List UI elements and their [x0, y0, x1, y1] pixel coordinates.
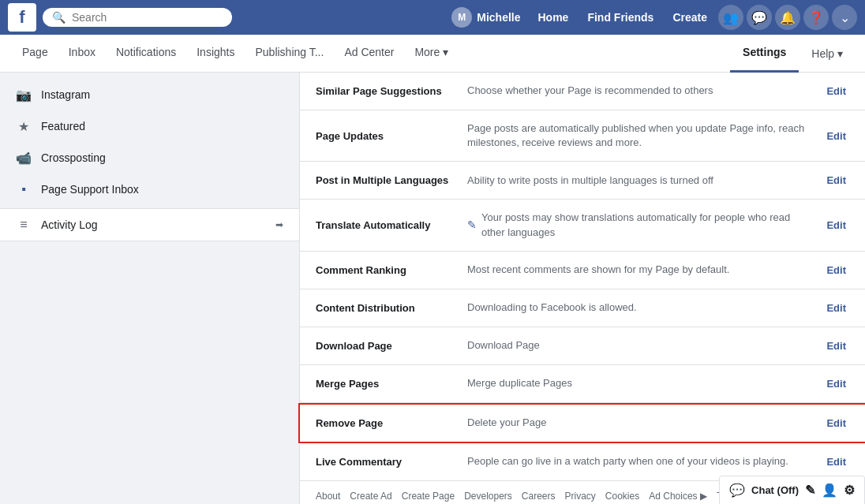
- settings-label-merge-pages: Merge Pages: [316, 378, 458, 390]
- footer-link-careers[interactable]: Careers: [522, 491, 556, 502]
- sidebar-item-featured[interactable]: ★ Featured: [0, 110, 299, 142]
- settings-row-similar-page-suggestions: Similar Page SuggestionsChoose whether y…: [300, 73, 865, 110]
- more-tab[interactable]: More ▾: [405, 35, 458, 73]
- footer-link-cookies[interactable]: Cookies: [605, 491, 639, 502]
- create-button[interactable]: Create: [665, 8, 715, 27]
- settings-edit-live-commentary[interactable]: Edit: [823, 454, 849, 469]
- sidebar-page-support-label: Page Support Inbox: [41, 183, 283, 196]
- chat-icon: 💬: [729, 483, 745, 498]
- sidebar: 📷 Instagram ★ Featured 📹 Crossposting ▪ …: [0, 73, 300, 504]
- find-friends-button[interactable]: Find Friends: [579, 8, 661, 27]
- settings-edit-translate-automatically[interactable]: Edit: [823, 218, 849, 233]
- footer-link-developers[interactable]: Developers: [464, 491, 512, 502]
- footer-link-privacy[interactable]: Privacy: [565, 491, 596, 502]
- sidebar-item-page-support[interactable]: ▪ Page Support Inbox: [0, 174, 299, 205]
- activity-log-icon: ≡: [16, 217, 32, 233]
- settings-label-download-page: Download Page: [316, 340, 458, 352]
- adcenter-tab[interactable]: Ad Center: [335, 35, 403, 73]
- settings-desc-comment-ranking: Most recent comments are shown for my Pa…: [467, 263, 814, 277]
- settings-desc-page-updates: Page posts are automatically published w…: [467, 121, 814, 150]
- settings-rows-container: Similar Page SuggestionsChoose whether y…: [300, 73, 865, 480]
- avatar: M: [451, 7, 472, 28]
- page-nav-right: Settings Help ▾: [730, 35, 852, 73]
- footer-link-create-ad[interactable]: Create Ad: [350, 491, 391, 502]
- search-icon: 🔍: [52, 11, 66, 24]
- sidebar-item-instagram[interactable]: 📷 Instagram: [0, 79, 299, 110]
- sidebar-activity-log-label: Activity Log: [41, 218, 266, 231]
- sidebar-item-activity-log[interactable]: ≡ Activity Log ➡: [0, 208, 299, 241]
- settings-edit-remove-page[interactable]: Edit: [823, 416, 849, 431]
- chat-bar[interactable]: 💬 Chat (Off) ✎ 👤 ⚙: [719, 476, 865, 504]
- settings-content: Similar Page SuggestionsChoose whether y…: [300, 73, 865, 504]
- help-tab[interactable]: Help ▾: [802, 41, 852, 66]
- footer-link-create-page[interactable]: Create Page: [402, 491, 455, 502]
- settings-label-post-multiple-languages: Post in Multiple Languages: [316, 174, 458, 186]
- settings-label-content-distribution: Content Distribution: [316, 302, 458, 314]
- settings-edit-comment-ranking[interactable]: Edit: [823, 263, 849, 278]
- chat-edit-icon[interactable]: ✎: [805, 483, 815, 498]
- settings-edit-content-distribution[interactable]: Edit: [823, 301, 849, 315]
- pencil-icon: ✎: [467, 218, 477, 233]
- featured-icon: ★: [16, 118, 32, 134]
- settings-tab[interactable]: Settings: [730, 35, 799, 73]
- help-label: Help ▾: [811, 47, 843, 60]
- settings-row-content-distribution: Content DistributionDownloading to Faceb…: [300, 289, 865, 327]
- settings-desc-merge-pages: Merge duplicate Pages: [467, 376, 814, 390]
- instagram-icon: 📷: [16, 87, 32, 103]
- settings-edit-download-page[interactable]: Edit: [823, 338, 849, 353]
- settings-row-post-multiple-languages: Post in Multiple LanguagesAbility to wri…: [300, 162, 865, 200]
- user-name: Michelle: [477, 11, 520, 24]
- search-input[interactable]: [72, 11, 223, 24]
- settings-row-page-updates: Page UpdatesPage posts are automatically…: [300, 110, 865, 162]
- settings-desc-remove-page: Delete your Page: [467, 416, 814, 430]
- user-profile-button[interactable]: M Michelle: [445, 7, 526, 28]
- settings-label-comment-ranking: Comment Ranking: [316, 264, 458, 276]
- sidebar-item-crossposting[interactable]: 📹 Crossposting: [0, 142, 299, 174]
- footer-link-ad-choices[interactable]: Ad Choices ▶: [649, 491, 707, 502]
- main-layout: 📷 Instagram ★ Featured 📹 Crossposting ▪ …: [0, 73, 865, 504]
- settings-desc-live-commentary: People can go live in a watch party when…: [467, 454, 814, 469]
- settings-label-remove-page: Remove Page: [316, 417, 458, 429]
- settings-desc-translate-automatically: ✎ Your posts may show translations autom…: [467, 211, 814, 239]
- settings-desc-content-distribution: Downloading to Facebook is allowed.: [467, 301, 814, 315]
- settings-row-download-page: Download PageDownload PageEdit: [300, 327, 865, 365]
- chat-people-icon[interactable]: 👤: [822, 483, 837, 498]
- insights-tab[interactable]: Insights: [187, 35, 244, 73]
- settings-row-remove-page: Remove PageDelete your PageEdit: [298, 403, 865, 443]
- facebook-logo: f: [8, 3, 36, 32]
- settings-desc-similar-page-suggestions: Choose whether your Page is recommended …: [467, 84, 814, 98]
- settings-label-page-updates: Page Updates: [316, 130, 458, 142]
- page-navigation: Page Inbox Notifications Insights Publis…: [0, 35, 865, 73]
- settings-row-live-commentary: Live CommentaryPeople can go live in a w…: [300, 443, 865, 480]
- search-bar[interactable]: 🔍: [43, 8, 232, 27]
- messenger-icon[interactable]: 💬: [747, 5, 772, 30]
- help-icon[interactable]: ❓: [803, 5, 829, 30]
- crossposting-icon: 📹: [16, 150, 32, 166]
- settings-label-translate-automatically: Translate Automatically: [316, 219, 458, 231]
- settings-label-similar-page-suggestions: Similar Page Suggestions: [316, 85, 458, 97]
- home-button[interactable]: Home: [530, 8, 577, 27]
- settings-row-translate-automatically: Translate Automatically✎ Your posts may …: [300, 200, 865, 251]
- chat-label: Chat (Off): [751, 484, 799, 496]
- settings-edit-post-multiple-languages[interactable]: Edit: [823, 173, 849, 188]
- settings-row-merge-pages: Merge PagesMerge duplicate PagesEdit: [300, 365, 865, 403]
- settings-edit-page-updates[interactable]: Edit: [823, 129, 849, 144]
- page-tab[interactable]: Page: [13, 35, 58, 73]
- settings-edit-merge-pages[interactable]: Edit: [823, 376, 849, 391]
- sidebar-featured-label: Featured: [41, 120, 283, 133]
- inbox-tab[interactable]: Inbox: [59, 35, 105, 73]
- nav-right: M Michelle Home Find Friends Create 👥 💬 …: [445, 5, 857, 30]
- notifications-bell-icon[interactable]: 🔔: [775, 5, 800, 30]
- people-icon[interactable]: 👥: [718, 5, 743, 30]
- publishing-tab[interactable]: Publishing T...: [245, 35, 333, 73]
- footer-link-about[interactable]: About: [316, 491, 340, 502]
- settings-label-live-commentary: Live Commentary: [316, 456, 458, 468]
- chat-settings-icon[interactable]: ⚙: [844, 483, 855, 498]
- settings-edit-similar-page-suggestions[interactable]: Edit: [823, 84, 849, 99]
- top-navigation: f 🔍 M Michelle Home Find Friends Create …: [0, 0, 865, 35]
- chevron-down-icon[interactable]: ⌄: [832, 5, 857, 30]
- sidebar-crossposting-label: Crossposting: [41, 151, 283, 164]
- sidebar-instagram-label: Instagram: [41, 88, 283, 101]
- notifications-tab[interactable]: Notifications: [107, 35, 185, 73]
- settings-desc-post-multiple-languages: Ability to write posts in multiple langu…: [467, 174, 814, 188]
